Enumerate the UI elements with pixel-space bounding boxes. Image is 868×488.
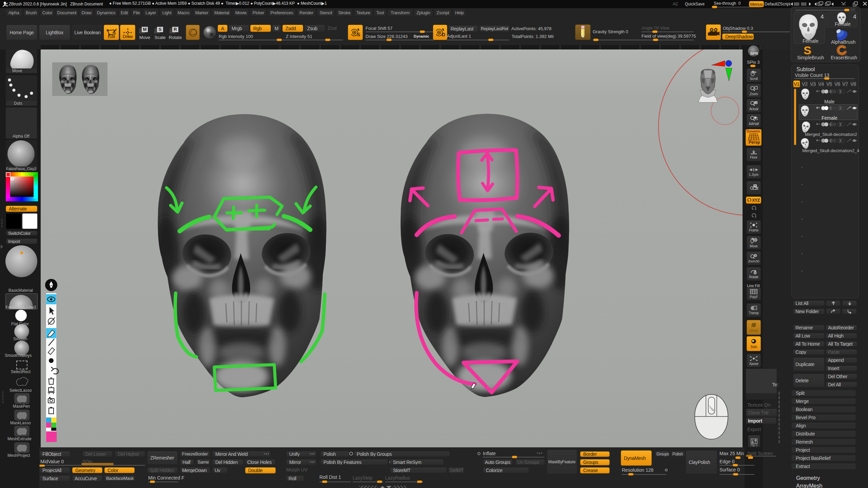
svg-text:D: D	[442, 32, 445, 37]
svg-text:Z: Z	[755, 216, 756, 218]
svg-text:Y: Y	[755, 208, 757, 211]
svg-text:x1: x1	[755, 102, 757, 104]
svg-text:S: S	[357, 32, 360, 37]
